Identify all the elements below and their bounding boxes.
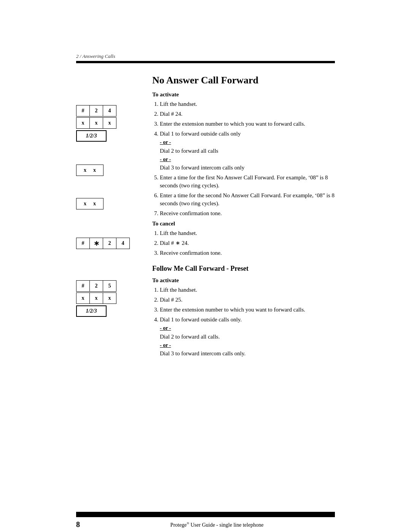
list-item: Enter the extension number to which you … — [160, 306, 335, 314]
s2-key-hash: # — [76, 280, 90, 292]
breadcrumb: 2 / Answering Calls — [0, 0, 411, 59]
list-item: Lift the handset. — [160, 229, 335, 237]
or-line-2: - or - — [160, 156, 335, 163]
key-xx1-x1: x — [84, 167, 86, 173]
list-item: Dial 1 to forward outside calls only - o… — [160, 130, 335, 172]
key-row-1: # 2 4 — [76, 105, 141, 117]
key-x2: x — [89, 117, 103, 129]
section1-cancel-list: Lift the handset. Dial # ∗ 24. Receive c… — [160, 229, 335, 257]
cancel-key-row: # ∗ 2 4 — [76, 238, 141, 249]
page: 2 / Answering Calls # 2 4 x x x — [0, 0, 411, 532]
cancel-key-2: 2 — [103, 238, 116, 249]
s2-key-label-123: 1/2/3 — [76, 305, 107, 317]
cancel-key-star: ∗ — [89, 238, 103, 249]
list-item: Receive confirmation tone. — [160, 249, 335, 257]
list-item: Dial 1 to forward outside calls only. - … — [160, 316, 335, 358]
key-x3: x — [103, 117, 116, 129]
step6-text: Enter a time for the second No Answer Ca… — [160, 192, 335, 206]
key-hash: # — [76, 105, 90, 117]
s2-or-line-1: - or - — [160, 324, 335, 332]
s2-key-x3: x — [103, 292, 116, 304]
key-diagram-hash24: # 2 4 x x x 1/2/3 — [76, 105, 141, 142]
footer-product: Protege — [170, 522, 187, 527]
list-item: Enter a time for the second No Answer Ca… — [160, 192, 335, 208]
right-column: No Answer Call Forward To activate Lift … — [141, 63, 335, 508]
s2-step3: Enter the extension number to which you … — [160, 307, 305, 313]
s2-key-label-text: 1/2/3 — [86, 308, 97, 314]
section1-activate-heading: To activate — [152, 91, 335, 98]
list-item: Dial # ∗ 24. — [160, 239, 335, 247]
key-xx2-x1: x — [84, 201, 86, 207]
section2-activate-heading: To activate — [152, 277, 335, 284]
footer-page-number: 8 — [76, 520, 99, 529]
step4-text: Dial 1 to forward outside calls only — [160, 131, 241, 137]
footer-title-text: Protege® User Guide - single line teleph… — [99, 521, 335, 528]
cancel-step2: Dial # ∗ 24. — [160, 240, 189, 246]
key-xx1-x2: x — [93, 167, 96, 173]
s2-key-2: 2 — [89, 280, 103, 292]
list-item: Lift the handset. — [160, 100, 335, 108]
key-diagram-xx1: x x — [76, 165, 141, 176]
spacer3 — [76, 181, 141, 198]
cancel-key-4: 4 — [116, 238, 130, 249]
spacer4 — [76, 215, 141, 238]
s2-step1: Lift the handset. — [160, 287, 197, 293]
s2-key-x1: x — [76, 292, 90, 304]
list-item: Receive confirmation tone. — [160, 209, 335, 217]
bottom-rule — [76, 512, 335, 515]
section2-title: Follow Me Call Forward - Preset — [152, 265, 335, 273]
main-content: # 2 4 x x x 1/2/3 x x — [0, 63, 411, 508]
list-item: Enter a time for the first No Answer Cal… — [160, 174, 335, 190]
step5-text: Enter a time for the first No Answer Cal… — [160, 174, 328, 189]
s2-dial3-text: Dial 3 to forward intercom calls only. — [160, 350, 245, 356]
cancel-step1: Lift the handset. — [160, 230, 197, 236]
breadcrumb-text: 2 / Answering Calls — [76, 53, 115, 59]
key-x1: x — [76, 117, 90, 129]
spacer5 — [76, 254, 141, 280]
s2-key-row-2: x x x — [76, 292, 141, 304]
cancel-step3: Receive confirmation tone. — [160, 250, 222, 256]
key-diagram-hash25: # 2 5 x x x 1/2/3 — [76, 280, 141, 317]
left-column: # 2 4 x x x 1/2/3 x x — [76, 63, 141, 508]
step1-text: Lift the handset. — [160, 101, 197, 107]
s2-dial2-text: Dial 2 to forward all calls. — [160, 334, 220, 340]
s2-step4: Dial 1 to forward outside calls only. — [160, 316, 242, 323]
key-diagram-cancel: # ∗ 2 4 — [76, 238, 141, 249]
key-xx-row2: x x — [76, 198, 104, 209]
key-xx2-x2: x — [93, 201, 96, 207]
spacer1 — [76, 75, 141, 105]
list-item: Dial # 24. — [160, 110, 335, 118]
key-2: 2 — [89, 105, 103, 117]
key-row-2: x x x — [76, 117, 141, 129]
s2-key-x2: x — [89, 292, 103, 304]
or-line-1: - or - — [160, 139, 335, 146]
s2-key-row-1: # 2 5 — [76, 280, 141, 292]
cancel-key-hash: # — [76, 238, 90, 249]
key-4: 4 — [103, 105, 116, 117]
list-item: Enter the extension number to which you … — [160, 120, 335, 128]
footer: 8 Protege® User Guide - single line tele… — [76, 515, 335, 532]
list-item: Lift the handset. — [160, 286, 335, 294]
s2-step2: Dial # 25. — [160, 297, 183, 303]
dial3-text: Dial 3 to forward intercom calls only — [160, 165, 244, 171]
step2-text: Dial # 24. — [160, 111, 183, 117]
spacer2 — [76, 147, 141, 165]
key-label-123: 1/2/3 — [76, 130, 107, 142]
section2-activate-list: Lift the handset. Dial # 25. Enter the e… — [160, 286, 335, 358]
step7-text: Receive confirmation tone. — [160, 210, 222, 216]
section1-title: No Answer Call Forward — [152, 75, 335, 86]
footer-subtitle: User Guide - single line telephone — [189, 522, 263, 527]
s2-or-line-2: - or - — [160, 342, 335, 349]
section1-cancel-heading: To cancel — [152, 220, 335, 227]
step3-text: Enter the extension number to which you … — [160, 121, 305, 127]
key-label-text: 1/2/3 — [86, 133, 97, 139]
s2-key-5: 5 — [103, 280, 116, 292]
section1-activate-list: Lift the handset. Dial # 24. Enter the e… — [160, 100, 335, 217]
dial2-text: Dial 2 to forward all calls — [160, 148, 218, 154]
key-xx-row1: x x — [76, 165, 104, 176]
key-diagram-xx2: x x — [76, 198, 141, 209]
list-item: Dial # 25. — [160, 296, 335, 304]
